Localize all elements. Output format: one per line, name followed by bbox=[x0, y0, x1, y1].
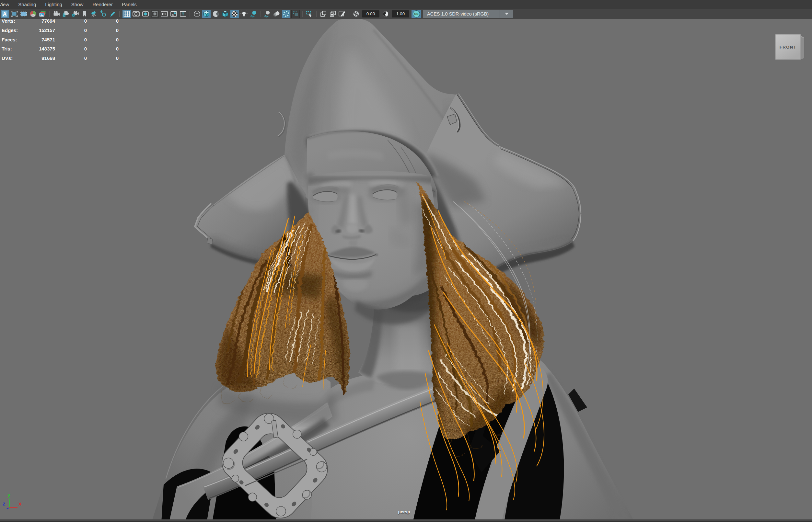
safetitle-icon bbox=[151, 10, 159, 18]
select-camera-attributes-button[interactable] bbox=[1, 10, 9, 18]
image-planes-button[interactable] bbox=[38, 10, 47, 18]
wirecube-icon bbox=[193, 10, 201, 18]
shadedcube-icon bbox=[202, 10, 211, 18]
aaring-icon bbox=[282, 10, 290, 18]
checkersphere-icon bbox=[230, 10, 239, 18]
safe-title-button[interactable] bbox=[151, 10, 159, 18]
selection-preview-button[interactable] bbox=[305, 10, 314, 18]
ao-icon bbox=[263, 10, 272, 18]
chevron-down-icon bbox=[504, 12, 509, 15]
grid-icon bbox=[122, 10, 131, 18]
hud-selected-count-2: 0 bbox=[0, 55, 119, 61]
colorspace-dropdown-arrow[interactable] bbox=[500, 10, 513, 18]
bookmarks-button[interactable] bbox=[80, 10, 89, 18]
menu-lighting[interactable]: Lighting bbox=[40, 0, 67, 9]
panzoom-icon bbox=[90, 10, 98, 18]
grease2-icon bbox=[338, 10, 346, 18]
view-cube-front-label: FRONT bbox=[779, 45, 796, 49]
grease-pencil-button[interactable] bbox=[109, 10, 117, 18]
gate-mask-button[interactable] bbox=[160, 10, 169, 18]
axis-z-line bbox=[7, 508, 9, 509]
shaded-display-button[interactable] bbox=[202, 10, 211, 18]
pencil-icon bbox=[109, 10, 117, 18]
colorspace-value: ACES 1.0 SDR-video (sRGB) bbox=[427, 11, 489, 17]
aperture-icon bbox=[352, 10, 360, 18]
hud-selected-count-2: 0 bbox=[0, 46, 119, 52]
textT-icon bbox=[179, 10, 187, 18]
camera-name-label: persp bbox=[380, 509, 428, 514]
planes-icon bbox=[38, 10, 47, 18]
view-cube[interactable]: FRONT bbox=[775, 34, 806, 61]
wireframe-button[interactable] bbox=[193, 10, 201, 18]
menu-panels[interactable]: Panels bbox=[117, 0, 141, 9]
wheel-icon bbox=[29, 10, 37, 18]
default-lighting-button[interactable] bbox=[240, 10, 248, 18]
menu-renderer[interactable]: Renderer bbox=[88, 0, 117, 9]
hud-selected-count-2: 0 bbox=[0, 37, 119, 43]
viewport-canvas[interactable] bbox=[0, 19, 812, 519]
seltool-icon bbox=[305, 10, 314, 18]
cam-icon bbox=[52, 10, 61, 18]
contrast-icon[interactable] bbox=[382, 10, 389, 18]
dof-icon bbox=[291, 10, 300, 18]
isolate-select-button[interactable] bbox=[319, 10, 328, 18]
on-toggle-icon: ON bbox=[413, 11, 420, 18]
imgshape-icon bbox=[170, 10, 178, 18]
exposure-field[interactable]: 0.00 bbox=[362, 11, 380, 18]
axis-x-label: x bbox=[18, 501, 22, 507]
shadows-button[interactable] bbox=[249, 10, 257, 18]
textured-button[interactable] bbox=[221, 10, 229, 18]
zoom-selected-button[interactable] bbox=[99, 10, 108, 18]
depth-of-field-button[interactable] bbox=[291, 10, 300, 18]
panel-toolbar: 0.00 1.00 ON ACES 1.0 SDR-video (sRGB) bbox=[0, 9, 812, 19]
color-management-toggle[interactable]: ON bbox=[411, 10, 421, 18]
resolution-gate-button[interactable] bbox=[19, 10, 28, 18]
hud-selected-count-2: 0 bbox=[0, 27, 119, 33]
use-all-lights-button[interactable] bbox=[230, 10, 239, 18]
camera-attributes-button[interactable] bbox=[71, 10, 79, 18]
motion-blur-button[interactable] bbox=[272, 10, 281, 18]
gate-mask-color-button[interactable] bbox=[29, 10, 37, 18]
resmask-icon bbox=[160, 10, 169, 18]
grid-button[interactable] bbox=[122, 10, 131, 18]
axis-gizmo: y x z bbox=[1, 491, 24, 514]
safe-action-button[interactable] bbox=[141, 10, 150, 18]
toolbar-separator bbox=[349, 11, 349, 17]
iso2-icon bbox=[329, 10, 337, 18]
toolbar-separator bbox=[316, 11, 316, 17]
safeact-icon bbox=[141, 10, 150, 18]
select-camera-button[interactable] bbox=[52, 10, 61, 18]
toolbar-separator bbox=[190, 11, 190, 17]
mblur-icon bbox=[272, 10, 281, 18]
exposure-button[interactable] bbox=[352, 10, 360, 18]
menu-show[interactable]: Show bbox=[67, 0, 88, 9]
toolbar-separator bbox=[302, 11, 303, 17]
ambient-occlusion-button[interactable] bbox=[263, 10, 272, 18]
pan-zoom-button[interactable] bbox=[90, 10, 98, 18]
bookmark-icon bbox=[80, 10, 89, 18]
heads-up-display-button[interactable] bbox=[179, 10, 187, 18]
isolate-selected-view-button[interactable] bbox=[329, 10, 337, 18]
view-cube-side-face[interactable] bbox=[801, 36, 804, 60]
film-gate-display-button[interactable] bbox=[132, 10, 140, 18]
resgate-icon bbox=[19, 10, 28, 18]
colorspace-dropdown[interactable]: ACES 1.0 SDR-video (sRGB) bbox=[423, 10, 500, 18]
menu-view[interactable]: View bbox=[0, 0, 14, 9]
field-chart-button[interactable] bbox=[170, 10, 178, 18]
toolbar-separator bbox=[119, 11, 120, 17]
panel-menu-bar: ViewShadingLightingShowRendererPanels bbox=[0, 0, 812, 9]
a-icon bbox=[1, 10, 9, 18]
anti-aliasing-button[interactable] bbox=[282, 10, 290, 18]
film-gate-button[interactable] bbox=[10, 10, 18, 18]
gamma-field[interactable]: 1.00 bbox=[392, 11, 409, 18]
texcube-icon bbox=[221, 10, 229, 18]
annotate-image-button[interactable] bbox=[338, 10, 346, 18]
toolbar-separator bbox=[49, 11, 50, 17]
bulb-icon bbox=[240, 10, 248, 18]
toolbar-separator bbox=[260, 11, 260, 17]
wireframe-on-shaded-button[interactable] bbox=[212, 10, 220, 18]
shadowsphere-icon bbox=[249, 10, 257, 18]
lock-camera-button[interactable] bbox=[62, 10, 70, 18]
texsphere-icon bbox=[212, 10, 220, 18]
menu-shading[interactable]: Shading bbox=[14, 0, 40, 9]
